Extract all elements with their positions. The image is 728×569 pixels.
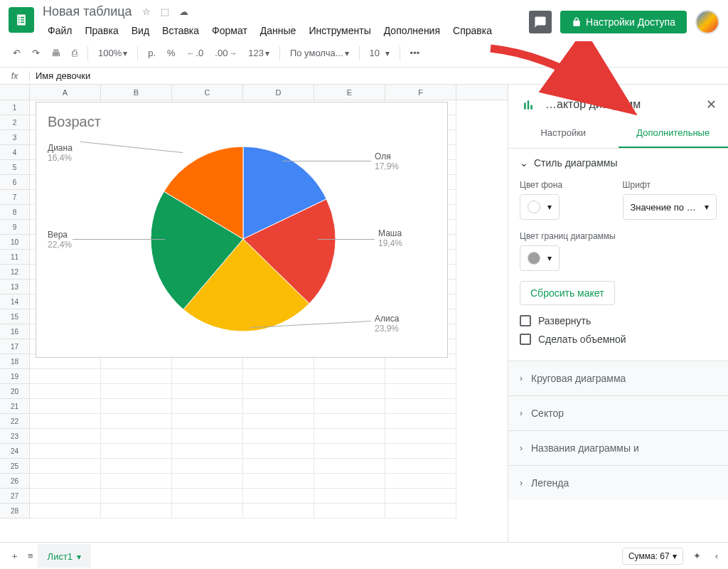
cell[interactable] [385,414,456,429]
bg-color-picker[interactable]: ▾ [520,194,560,220]
menu-edit[interactable]: Правка [80,22,123,39]
add-sheet-button[interactable]: ＋ [6,547,23,565]
cell[interactable] [385,444,456,459]
border-color-picker[interactable]: ▾ [520,245,560,271]
sheets-logo[interactable] [9,7,34,33]
cell[interactable] [172,459,243,474]
redo-button[interactable]: ↷ [28,45,44,61]
row-header[interactable]: 3 [0,130,30,145]
cell[interactable] [243,459,314,474]
row-header[interactable]: 7 [0,190,30,205]
menu-help[interactable]: Справка [448,22,497,39]
cell[interactable] [243,429,314,444]
cell[interactable] [30,369,101,384]
user-avatar[interactable] [695,10,719,34]
row-header[interactable]: 4 [0,145,30,160]
col-header[interactable]: E [314,85,385,100]
more-toolbar-button[interactable]: ••• [406,45,424,61]
cell[interactable] [30,489,101,504]
row-header[interactable]: 11 [0,250,30,265]
section-slice[interactable]: ›Сектор [508,395,728,430]
sheet-tab[interactable]: Лист1 ▾ [38,544,91,568]
cell[interactable] [314,504,385,519]
cell[interactable] [101,429,172,444]
row-header[interactable]: 22 [0,414,30,429]
cell[interactable] [314,429,385,444]
row-header[interactable]: 16 [0,324,30,339]
cell[interactable] [30,459,101,474]
font-size-select[interactable]: 10 ▾ [365,45,394,61]
paint-format-button[interactable]: ⎙ [68,45,82,61]
cell[interactable] [314,459,385,474]
print-button[interactable]: 🖶 [47,45,65,61]
col-header[interactable]: B [101,85,172,100]
row-header[interactable]: 14 [0,294,30,309]
cell[interactable] [172,369,243,384]
cell[interactable] [314,474,385,489]
cell[interactable] [101,489,172,504]
star-icon[interactable]: ☆ [142,6,151,17]
row-header[interactable]: 5 [0,160,30,175]
decrease-decimal-button[interactable]: ←.0 [183,45,208,61]
section-pie-chart[interactable]: ›Круговая диаграмма [508,361,728,395]
cell[interactable] [172,444,243,459]
tab-customize[interactable]: Дополнительные [619,119,729,148]
cell[interactable] [172,384,243,399]
section-titles[interactable]: ›Названия диаграммы и [508,430,728,465]
font-select[interactable]: По умолча... ▾ [286,45,353,61]
cell[interactable] [314,384,385,399]
cell[interactable] [172,429,243,444]
row-header[interactable]: 21 [0,399,30,414]
maximize-checkbox[interactable]: Развернуть [520,315,717,326]
tab-setup[interactable]: Настройки [508,119,619,148]
menu-addons[interactable]: Дополнения [379,22,445,39]
row-header[interactable]: 26 [0,474,30,489]
cell[interactable] [243,489,314,504]
col-header[interactable]: D [243,85,314,100]
row-header[interactable]: 24 [0,444,30,459]
cell[interactable] [385,429,456,444]
menu-data[interactable]: Данные [255,22,301,39]
menu-view[interactable]: Вид [127,22,154,39]
section-legend[interactable]: ›Легенда [508,465,728,500]
increase-decimal-button[interactable]: .00→ [210,45,241,61]
row-header[interactable]: 17 [0,339,30,354]
undo-button[interactable]: ↶ [9,45,25,61]
col-header[interactable]: F [385,85,456,100]
cell[interactable] [385,474,456,489]
menu-insert[interactable]: Вставка [157,22,204,39]
cell[interactable] [314,414,385,429]
cell[interactable] [101,369,172,384]
cell[interactable] [172,504,243,519]
font-select-panel[interactable]: Значение по …▾ [623,194,717,220]
row-header[interactable]: 8 [0,205,30,220]
cell[interactable] [243,444,314,459]
cell[interactable] [30,414,101,429]
cell[interactable] [243,474,314,489]
row-header[interactable]: 28 [0,504,30,519]
cell[interactable] [314,489,385,504]
spreadsheet-grid[interactable]: A B C D E F 1234567891011121314151617181… [0,85,508,554]
cell[interactable] [101,444,172,459]
row-header[interactable]: 10 [0,235,30,250]
cell[interactable] [30,429,101,444]
cell[interactable] [385,384,456,399]
cell[interactable] [101,414,172,429]
menu-format[interactable]: Формат [207,22,252,39]
cell[interactable] [314,369,385,384]
cell[interactable] [385,489,456,504]
cell[interactable] [314,399,385,414]
cell[interactable] [30,444,101,459]
cell[interactable] [172,414,243,429]
cell[interactable] [243,414,314,429]
cell[interactable] [172,399,243,414]
cell[interactable] [385,369,456,384]
col-header[interactable]: C [172,85,243,100]
row-header[interactable]: 12 [0,265,30,280]
document-title[interactable]: Новая таблица [43,4,132,19]
side-panel-toggle[interactable]: ‹ [711,548,722,564]
cell[interactable] [101,399,172,414]
zoom-select[interactable]: 100% ▾ [94,45,132,61]
cell[interactable] [243,369,314,384]
col-header[interactable]: A [30,85,101,100]
